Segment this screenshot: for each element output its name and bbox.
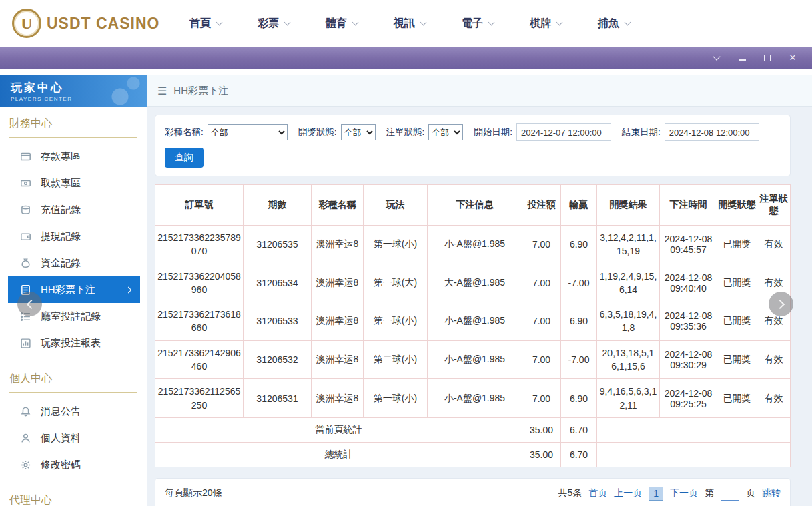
cell-draw-status: 已開獎 [717, 379, 757, 418]
pagination-first-link[interactable]: 首页 [588, 487, 607, 499]
personal-menu: 消息公告 個人資料 修改密碼 [0, 393, 147, 483]
chevron-down-icon [284, 19, 291, 25]
chevron-down-icon [488, 19, 495, 25]
cell-period: 31206534 [244, 264, 312, 302]
cell-bet-info: 小-A盤@1.985 [428, 226, 522, 264]
end-date-input[interactable] [665, 123, 759, 141]
sidebar-item-label: 個人資料 [41, 432, 81, 445]
end-date-label: 結束日期: [622, 126, 661, 138]
page-size-text: 每頁顯示20條 [165, 487, 222, 499]
cell-win-loss: 6.90 [561, 379, 597, 418]
search-button[interactable]: 查詢 [165, 148, 204, 168]
pagination-next-link[interactable]: 下一页 [670, 487, 698, 499]
cell-lottery-name: 澳洲幸运8 [312, 379, 364, 418]
collapse-chevron-icon[interactable] [712, 53, 721, 63]
nav-item-home[interactable]: 首頁 [189, 17, 222, 31]
summary-row-current-page: 當前頁統計 35.00 6.70 [155, 417, 791, 442]
top-navbar: U USDT CASINO 首頁 彩票 體育 視訊 電子 棋牌 捕魚 [0, 0, 812, 47]
cell-draw-result: 1,19,2,4,9,15,6,14 [597, 264, 660, 302]
col-lottery-name: 彩種名稱 [312, 185, 364, 226]
content-area: 玩家中心 PLAYERS CENTER 財務中心 存款專區 取款專區 充值記錄 … [0, 69, 812, 506]
nav-item-lottery[interactable]: 彩票 [258, 17, 290, 31]
sidebar-item-cashout-record[interactable]: 提現記錄 [8, 223, 140, 250]
cell-bet-time: 2024-12-08 09:30:29 [660, 340, 717, 379]
nav-item-video[interactable]: 視訊 [394, 17, 426, 31]
sidebar-item-recharge-record[interactable]: 充值記錄 [8, 196, 140, 223]
person-icon [20, 433, 31, 444]
cell-lottery-name: 澳洲幸运8 [312, 340, 364, 379]
nav-label: 彩票 [258, 17, 279, 31]
start-date-input[interactable] [516, 123, 611, 141]
sidebar-item-label: 玩家投注報表 [41, 337, 101, 350]
sidebar-item-player-report[interactable]: 玩家投注報表 [8, 330, 140, 356]
sidebar-item-announcements[interactable]: 消息公告 [8, 398, 140, 425]
cell-order-status: 有效 [757, 340, 791, 379]
page-jump-input[interactable] [721, 487, 739, 501]
start-date-label: 開始日期: [474, 126, 512, 138]
order-status-label: 注單狀態: [386, 126, 425, 138]
sidebar-subtitle: PLAYERS CENTER [11, 96, 147, 102]
draw-status-select[interactable]: 全部 [341, 124, 376, 140]
cell-bet-time: 2024-12-08 09:40:40 [660, 264, 717, 302]
summary-bet-total: 35.00 [522, 442, 561, 467]
cell-bet-time: 2024-12-08 09:35:36 [660, 302, 717, 341]
hamburger-menu-icon[interactable]: ☰ [157, 85, 167, 97]
pagination-bar: 每頁顯示20條 共5条 首页 上一页 1 下一页 第 页 跳转 [155, 478, 791, 506]
sidebar-item-label: 消息公告 [41, 405, 81, 418]
col-order-status: 注單狀態 [757, 185, 791, 226]
carousel-prev-button[interactable] [17, 292, 42, 316]
summary-row-grand-total: 總統計 35.00 6.70 [155, 442, 791, 467]
pagination-prev-link[interactable]: 上一页 [614, 487, 642, 499]
bets-table-wrap: 訂單號 期數 彩種名稱 玩法 下注信息 投注額 輸贏 開獎結果 下注時間 開獎狀… [155, 184, 791, 467]
sidebar-item-profile[interactable]: 個人資料 [8, 425, 140, 451]
cell-play-type: 第二球(小) [364, 340, 428, 379]
nav-item-electronic[interactable]: 電子 [462, 17, 494, 31]
cell-play-type: 第一球(小) [364, 302, 428, 341]
cell-period: 31206531 [244, 379, 312, 418]
cell-order-number: 2152173362204058960 [155, 264, 244, 302]
bell-icon [20, 406, 31, 417]
jump-button[interactable]: 跳转 [762, 487, 781, 499]
close-icon[interactable]: ✕ [788, 53, 797, 63]
chevron-down-icon [556, 19, 563, 25]
cell-lottery-name: 澳洲幸运8 [312, 264, 364, 302]
sidebar-item-funds-record[interactable]: 資金記錄 [8, 250, 140, 276]
pagination-controls: 共5条 首页 上一页 1 下一页 第 页 跳转 [558, 487, 781, 501]
nav-item-sports[interactable]: 體育 [326, 17, 358, 31]
cell-draw-status: 已開獎 [717, 264, 757, 302]
nav-label: 棋牌 [530, 17, 551, 31]
order-status-select[interactable]: 全部 [428, 124, 463, 140]
sidebar-item-withdraw[interactable]: 取款專區 [8, 170, 140, 196]
cell-order-status: 有效 [757, 379, 791, 418]
maximize-icon[interactable] [763, 53, 772, 63]
pagination-current-page[interactable]: 1 [649, 487, 663, 501]
cell-order-number: 2152173362142906460 [155, 340, 244, 379]
main-nav: 首頁 彩票 體育 視訊 電子 棋牌 捕魚 [189, 17, 630, 31]
sidebar-item-label: 充值記錄 [41, 204, 81, 216]
funds-record-icon [20, 258, 31, 269]
players-center-header: 玩家中心 PLAYERS CENTER [0, 75, 147, 107]
jump-label-pre: 第 [705, 487, 714, 499]
minimize-icon[interactable] [737, 53, 747, 63]
sidebar-item-label: 修改密碼 [41, 459, 81, 471]
withdraw-banknote-icon [20, 178, 31, 189]
sidebar-item-deposit[interactable]: 存款專區 [8, 143, 140, 170]
sidebar-item-label: 取款專區 [41, 177, 81, 190]
section-title-personal: 個人中心 [9, 372, 137, 393]
sidebar-item-change-password[interactable]: 修改密碼 [8, 451, 140, 478]
cell-bet-amount: 7.00 [522, 340, 561, 379]
lottery-name-label: 彩種名稱: [165, 126, 204, 138]
pagination-total: 共5条 [558, 487, 582, 499]
logo[interactable]: U USDT CASINO [12, 9, 160, 38]
carousel-next-button[interactable] [769, 292, 793, 316]
jump-label-post: 页 [746, 487, 755, 499]
nav-item-cards[interactable]: 棋牌 [530, 17, 562, 31]
lottery-name-select[interactable]: 全部 [208, 124, 288, 140]
col-period: 期數 [244, 185, 312, 226]
nav-label: 首頁 [189, 17, 211, 31]
cell-play-type: 第一球(小) [364, 226, 428, 264]
nav-item-fishing[interactable]: 捕魚 [598, 17, 630, 31]
table-row: 2152173362235789070 31206535 澳洲幸运8 第一球(小… [155, 226, 791, 264]
cell-play-type: 第一球(小) [364, 379, 428, 418]
summary-label: 當前頁統計 [155, 417, 522, 442]
